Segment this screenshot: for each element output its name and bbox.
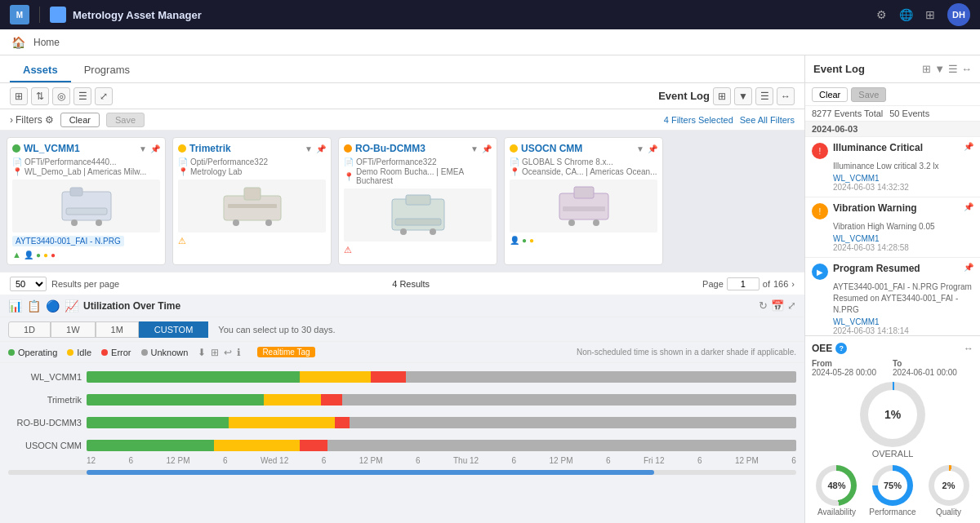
table-icon[interactable]: ⊞ — [211, 347, 219, 358]
oee-performance: 75% Performance — [869, 465, 915, 516]
event-save-button[interactable]: Save — [851, 87, 886, 102]
tab-programs[interactable]: Programs — [71, 59, 143, 82]
card-pin-icon[interactable]: 📌 — [150, 144, 160, 153]
time-1m-button[interactable]: 1M — [96, 321, 139, 338]
time-1w-button[interactable]: 1W — [51, 321, 96, 338]
status-dot-yellow — [510, 144, 518, 153]
info-icon[interactable]: ℹ — [237, 347, 241, 358]
pagination-bar: 50 25 100 Results per page 4 Results Pag… — [0, 272, 804, 295]
card-footer-icons: ▲ 👤 ● ● ● — [12, 250, 160, 259]
filter-button[interactable]: ◎ — [52, 87, 70, 105]
settings-icon[interactable]: ⚙ — [874, 7, 889, 22]
time-1d-button[interactable]: 1D — [8, 321, 51, 338]
machine-card-wl-vcmm1[interactable]: WL_VCMM1 ▼ 📌 📄OFTi/Performance4440... 📍W… — [7, 137, 166, 265]
topbar-divider — [39, 7, 40, 23]
time-custom-button[interactable]: CUSTOM — [139, 321, 208, 338]
event-expand-button[interactable]: ↔ — [777, 87, 795, 105]
card-footer: ⚠ — [178, 236, 326, 246]
clear-button[interactable]: Clear — [60, 113, 100, 127]
back-icon[interactable]: ↩ — [224, 347, 232, 358]
oee-overall: 1% OVERALL — [812, 382, 973, 459]
results-count: 4 Results — [392, 279, 430, 289]
chart-dot-icon: 🔵 — [46, 299, 60, 312]
event-name: Vibration Warning — [833, 202, 959, 214]
expand-button[interactable]: ⤢ — [95, 87, 113, 105]
card-dropdown-icon[interactable]: ▼ — [305, 144, 313, 153]
home-label[interactable]: Home — [33, 37, 60, 48]
svg-point-8 — [265, 219, 272, 226]
event-settings-button[interactable]: ☰ — [755, 87, 773, 105]
app-logo-icon: M — [10, 5, 29, 24]
event-pin-icon[interactable]: 📌 — [964, 142, 973, 151]
card-person-icon: 👤 — [24, 250, 33, 259]
legend-idle: Idle — [67, 348, 91, 357]
event-filter-icon[interactable]: ▼ — [934, 63, 945, 75]
page-input[interactable] — [727, 277, 760, 290]
save-button[interactable]: Save — [106, 113, 145, 127]
bar-idle — [300, 371, 371, 383]
status-dot-orange — [344, 144, 352, 153]
card-dropdown-icon[interactable]: ▼ — [139, 144, 147, 153]
bar-error — [321, 394, 342, 406]
svg-rect-1 — [70, 188, 82, 196]
chart-scrollbar[interactable] — [8, 470, 796, 475]
grid-icon[interactable]: ⊞ — [923, 7, 938, 22]
machine-card-usocn-cmm[interactable]: USOCN CMM ▼ 📌 📄GLOBAL S Chrome 8.x... 📍O… — [504, 137, 663, 265]
oee-to-value: 2024-06-01 00:00 — [893, 368, 957, 377]
bar-operating — [87, 371, 300, 383]
event-settings-icon[interactable]: ☰ — [948, 63, 958, 75]
event-toolbar: Clear Save — [805, 83, 980, 106]
oee-expand-icon[interactable]: ↔ — [964, 343, 973, 354]
machine-card-ro-bu-dcmm3[interactable]: RO-Bu-DCMM3 ▼ 📌 📄OFTi/Performance322 📍De… — [338, 137, 497, 265]
filters-label[interactable]: › Filters ⚙ — [10, 114, 54, 126]
download-icon[interactable]: ⬇ — [198, 347, 206, 358]
oee-help-icon[interactable]: ? — [835, 343, 847, 354]
event-clear-button[interactable]: Clear — [812, 87, 848, 102]
event-copy-icon[interactable]: ⊞ — [922, 63, 931, 75]
chart-bar-trimetrik — [87, 394, 796, 406]
event-filter-button[interactable]: ▼ — [734, 87, 752, 105]
chart-label-ro-bu-dcmm3: RO-BU-DCMM3 — [8, 418, 82, 428]
event-item-vibration-warning[interactable]: ! Vibration Warning 📌 Vibration High War… — [805, 197, 980, 258]
oee-header: OEE ? ↔ — [812, 343, 973, 354]
card-pin-icon[interactable]: 📌 — [648, 144, 657, 153]
card-title: Trimetrik — [189, 143, 301, 154]
event-expand-icon[interactable]: ↔ — [961, 63, 972, 75]
filters-selected: 4 Filters Selected — [664, 115, 733, 125]
view-grid-button[interactable]: ⊞ — [10, 87, 28, 105]
event-copy-button[interactable]: ⊞ — [713, 87, 731, 105]
event-item-program-resumed[interactable]: ▶ Program Resumed 📌 AYTE3440-001_FAI - N… — [805, 258, 980, 335]
event-item-illuminance-critical[interactable]: ! Illuminance Critical 📌 Illuminance Low… — [805, 137, 980, 197]
chart-calendar-icon[interactable]: 📅 — [771, 299, 784, 312]
card-pin-icon[interactable]: 📌 — [482, 144, 492, 153]
card-pin-icon[interactable]: 📌 — [316, 144, 326, 153]
card-dropdown-icon[interactable]: ▼ — [636, 144, 644, 153]
tab-assets[interactable]: Assets — [10, 59, 71, 82]
avatar[interactable]: DH — [947, 3, 970, 26]
event-pin-icon[interactable]: 📌 — [964, 202, 973, 211]
event-log-title: Event Log — [813, 63, 922, 75]
availability-label: Availability — [816, 507, 857, 516]
see-all-filters[interactable]: See All Filters — [740, 115, 795, 125]
legend-action-icons: ⬇ ⊞ ↩ ℹ — [198, 347, 241, 358]
event-machine: WL_VCMM1 — [812, 234, 973, 243]
filters-bar: › Filters ⚙ Clear Save 4 Filters Selecte… — [0, 109, 804, 131]
sort-button[interactable]: ⇅ — [31, 87, 49, 105]
card-warning: ⚠ — [178, 236, 186, 246]
card-circle-icon: ● — [36, 250, 41, 259]
chart-refresh-icon[interactable]: ↻ — [759, 299, 768, 312]
topbar: M Metrology Asset Manager ⚙ 🌐 ⊞ DH — [0, 0, 980, 29]
event-pin-icon[interactable]: 📌 — [964, 263, 973, 272]
next-page-icon[interactable]: › — [791, 279, 795, 289]
list-view-button[interactable]: ☰ — [74, 87, 91, 105]
per-page-select[interactable]: 50 25 100 — [10, 277, 47, 291]
card-dropdown-icon[interactable]: ▼ — [470, 144, 479, 153]
card-machine-image — [178, 180, 326, 233]
machine-card-trimetrik[interactable]: Trimetrik ▼ 📌 📄Opti/Performance322 📍Metr… — [172, 137, 332, 265]
chart-expand-icon[interactable]: ⤢ — [787, 299, 796, 312]
bar-unknown — [342, 394, 796, 406]
chart-row-ro-bu-dcmm3: RO-BU-DCMM3 — [8, 414, 796, 432]
globe-icon[interactable]: 🌐 — [898, 7, 913, 22]
svg-rect-0 — [62, 192, 111, 220]
chart-label-wl-vcmm1: WL_VCMM1 — [8, 372, 82, 382]
